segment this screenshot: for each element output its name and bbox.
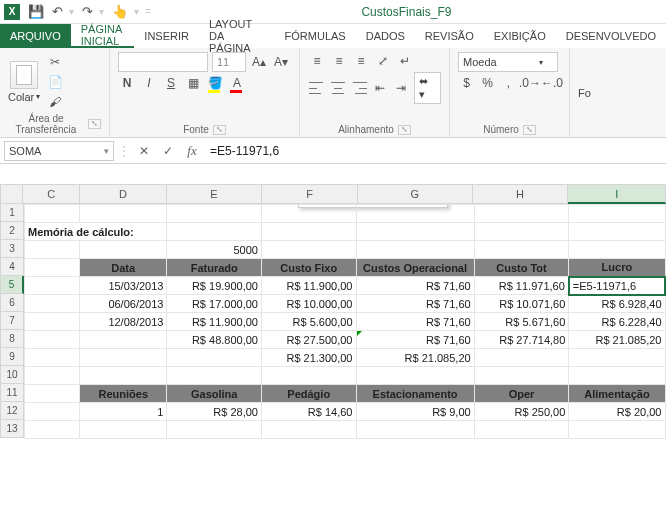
wrap-text-button[interactable]: ↵ [396, 52, 414, 70]
cell-g12[interactable]: R$ 9,00 [356, 403, 474, 421]
col-header-d[interactable]: D [80, 184, 166, 204]
cell-g5[interactable]: R$ 71,60 [356, 277, 474, 295]
increase-decimal-button[interactable]: .0→ [521, 74, 539, 92]
align-right-button[interactable] [350, 79, 367, 97]
cell-e4[interactable]: Faturado [167, 259, 262, 277]
insert-function-button[interactable]: fx [182, 141, 202, 161]
row-header-11[interactable]: 11 [0, 384, 24, 402]
col-header-f[interactable]: F [262, 184, 358, 204]
cell-f11[interactable]: Pedágio [261, 385, 356, 403]
format-painter-button[interactable]: 🖌 [46, 93, 64, 111]
paste-button[interactable]: Colar▾ [8, 61, 40, 103]
clipboard-dialog-launcher[interactable]: ⤡ [88, 119, 101, 129]
font-dialog-launcher[interactable]: ⤡ [213, 125, 226, 135]
cell-d5[interactable]: 15/03/2013 [80, 277, 167, 295]
align-top-button[interactable]: ≡ [308, 52, 326, 70]
col-header-e[interactable]: E [167, 184, 263, 204]
cell-f6[interactable]: R$ 10.000,00 [261, 295, 356, 313]
select-all-triangle[interactable] [0, 184, 23, 204]
qat-redo[interactable]: ↷ [82, 4, 93, 19]
cell-e6[interactable]: R$ 17.000,00 [167, 295, 262, 313]
cell-i11[interactable]: Alimentação [569, 385, 665, 403]
cell-f7[interactable]: R$ 5.600,00 [261, 313, 356, 331]
decrease-indent-button[interactable]: ⇤ [371, 79, 388, 97]
decrease-font-button[interactable]: A▾ [272, 53, 290, 71]
tab-review[interactable]: REVISÃO [415, 24, 484, 48]
cell-f9[interactable]: R$ 21.300,00 [261, 349, 356, 367]
cell-g8[interactable]: R$ 71,60 [356, 331, 474, 349]
cell-h8[interactable]: R$ 27.714,80 [474, 331, 569, 349]
cell-f8[interactable]: R$ 27.500,00 [261, 331, 356, 349]
cell-h4[interactable]: Custo Tot [474, 259, 569, 277]
row-header-4[interactable]: 4 [0, 258, 24, 276]
cell-i8[interactable]: R$ 21.085,20 [569, 331, 665, 349]
qat-undo-more[interactable]: ▾ [69, 6, 74, 17]
cell-g4[interactable]: Custos Operacional [356, 259, 474, 277]
increase-font-button[interactable]: A▴ [250, 53, 268, 71]
percent-button[interactable]: % [479, 74, 496, 92]
row-header-8[interactable]: 8 [0, 330, 24, 348]
border-button[interactable]: ▦ [184, 74, 202, 92]
cell-i6[interactable]: R$ 6.928,40 [569, 295, 665, 313]
qat-customize[interactable]: ▾ [134, 6, 139, 17]
decrease-decimal-button[interactable]: ←.0 [543, 74, 561, 92]
fill-color-button[interactable]: 🪣 [206, 74, 224, 92]
cell-i5[interactable]: =E5-11971,6 [569, 277, 665, 295]
font-size-select[interactable] [212, 52, 246, 72]
col-header-h[interactable]: H [473, 184, 569, 204]
tab-view[interactable]: EXIBIÇÃO [484, 24, 556, 48]
row-header-10[interactable]: 10 [0, 366, 24, 384]
cell-f5[interactable]: R$ 11.900,00 [261, 277, 356, 295]
sheet-cells[interactable]: Memória de cálculo: 5000 Data Faturado C… [24, 204, 666, 439]
increase-indent-button[interactable]: ⇥ [393, 79, 410, 97]
cell-d12[interactable]: 1 [80, 403, 167, 421]
align-left-button[interactable] [308, 79, 325, 97]
row-header-13[interactable]: 13 [0, 420, 24, 438]
cancel-formula-button[interactable]: ✕ [134, 141, 154, 161]
copy-button[interactable]: 📄 [46, 73, 64, 91]
cell-g6[interactable]: R$ 71,60 [356, 295, 474, 313]
comma-style-button[interactable]: , [500, 74, 517, 92]
cell-i12[interactable]: R$ 20,00 [569, 403, 665, 421]
font-color-button[interactable]: A [228, 74, 246, 92]
orientation-button[interactable]: ⤢ [374, 52, 392, 70]
cell-d6[interactable]: 06/06/2013 [80, 295, 167, 313]
tab-file[interactable]: ARQUIVO [0, 24, 71, 48]
tab-formulas[interactable]: FÓRMULAS [275, 24, 356, 48]
cell-e3[interactable]: 5000 [167, 241, 262, 259]
qat-touch[interactable]: 👆 [112, 4, 128, 19]
row-header-6[interactable]: 6 [0, 294, 24, 312]
tab-layout[interactable]: LAYOUT DA PÁGINA [199, 24, 275, 48]
row-header-1[interactable]: 1 [0, 204, 24, 222]
tab-developer[interactable]: DESENVOLVEDO [556, 24, 666, 48]
alignment-dialog-launcher[interactable]: ⤡ [398, 125, 411, 135]
cell-d7[interactable]: 12/08/2013 [80, 313, 167, 331]
cell-e12[interactable]: R$ 28,00 [167, 403, 262, 421]
underline-button[interactable]: S [162, 74, 180, 92]
cut-button[interactable]: ✂ [46, 53, 64, 71]
number-format-select[interactable]: Moeda▾ [458, 52, 558, 72]
row-header-12[interactable]: 12 [0, 402, 24, 420]
qat-redo-more[interactable]: ▾ [99, 6, 104, 17]
cell-g7[interactable]: R$ 71,60 [356, 313, 474, 331]
align-bottom-button[interactable]: ≡ [352, 52, 370, 70]
cell-d4[interactable]: Data [80, 259, 167, 277]
tab-data[interactable]: DADOS [356, 24, 415, 48]
col-header-c[interactable]: C [23, 184, 80, 204]
tab-insert[interactable]: INSERIR [134, 24, 199, 48]
row-header-2[interactable]: 2 [0, 222, 24, 240]
cell-e8[interactable]: R$ 48.800,00 [167, 331, 262, 349]
name-box[interactable]: SOMA▾ [4, 141, 114, 161]
bold-button[interactable]: N [118, 74, 136, 92]
cell-i4[interactable]: Lucro [569, 259, 665, 277]
cell-g11[interactable]: Estacionamento [356, 385, 474, 403]
row-header-9[interactable]: 9 [0, 348, 24, 366]
align-center-button[interactable] [329, 79, 346, 97]
cell-h7[interactable]: R$ 5.671,60 [474, 313, 569, 331]
merge-center-button[interactable]: ⬌ ▾ [414, 72, 441, 104]
accounting-format-button[interactable]: $ [458, 74, 475, 92]
cell-f12[interactable]: R$ 14,60 [261, 403, 356, 421]
cell-i7[interactable]: R$ 6.228,40 [569, 313, 665, 331]
enter-formula-button[interactable]: ✓ [158, 141, 178, 161]
cell-f4[interactable]: Custo Fixo [261, 259, 356, 277]
